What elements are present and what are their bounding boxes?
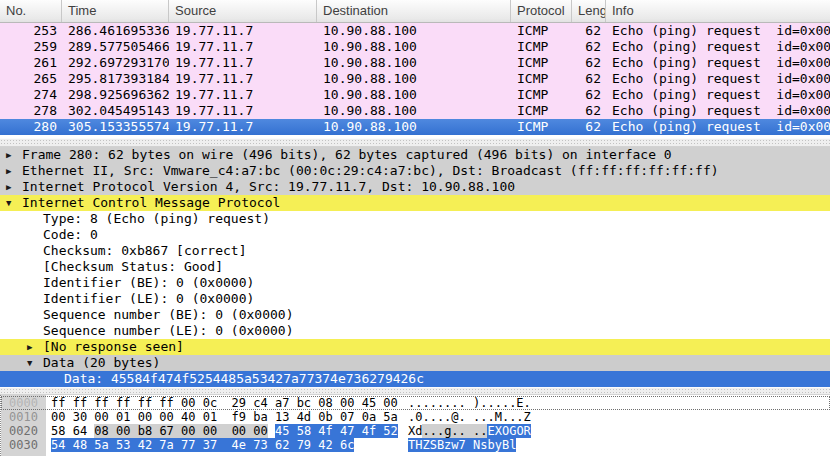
packet-row-253[interactable]: 253286.46169533619.77.11.710.90.88.100IC… — [0, 23, 830, 39]
hex-field-bytes[interactable]: 08 00 b8 67 00 00 00 00 — [94, 424, 267, 438]
cell-proto: ICMP — [511, 23, 572, 39]
expand-arrow-icon[interactable]: ▶ — [6, 163, 11, 179]
hex-row-0010[interactable]: 001000 30 00 01 00 00 40 01 f9 ba 13 4d … — [1, 410, 830, 424]
column-header-dst[interactable]: Destination — [317, 0, 511, 22]
detail-row-seq-le[interactable]: Sequence number (LE): 0 (0x0000) — [0, 323, 830, 339]
cell-info: Echo (ping) request id=0x0000 — [606, 119, 830, 135]
column-header-no[interactable]: No. — [0, 0, 62, 22]
packet-row-265[interactable]: 265295.81739318419.77.11.710.90.88.100IC… — [0, 71, 830, 87]
detail-row-no-response[interactable]: ▶[No response seen] — [0, 339, 830, 355]
cell-len: 62 — [572, 71, 606, 87]
cell-src: 19.77.11.7 — [169, 103, 317, 119]
detail-row-label: Identifier (LE): 0 (0x0000) — [0, 291, 254, 307]
hex-selected-bytes[interactable]: 45 58 4f 47 4f 52 — [275, 424, 398, 438]
packet-row-259[interactable]: 259289.57750546619.77.11.710.90.88.100IC… — [0, 39, 830, 55]
ascii-plain-bytes[interactable]: .0....@. ...M...Z — [408, 410, 531, 424]
packet-row-278[interactable]: 278302.04549514319.77.11.710.90.88.100IC… — [0, 103, 830, 119]
cell-info: Echo (ping) request id=0x0000 — [606, 87, 830, 103]
cell-src: 19.77.11.7 — [169, 55, 317, 71]
packet-row-274[interactable]: 274298.92569636219.77.11.710.90.88.100IC… — [0, 87, 830, 103]
detail-row-label: Internet Protocol Version 4, Src: 19.77.… — [0, 179, 515, 195]
detail-row-frame[interactable]: ▶Frame 280: 62 bytes on wire (496 bits),… — [0, 147, 830, 163]
cell-proto: ICMP — [511, 119, 572, 135]
packet-list-pane: No.TimeSourceDestinationProtocolLengthIn… — [0, 0, 830, 138]
ascii-plain-bytes[interactable]: ........ ).....E. — [408, 396, 531, 410]
cell-time: 289.577505466 — [62, 39, 169, 55]
hex-selected-bytes[interactable]: 54 48 5a 53 42 7a 77 37 4e 73 62 79 42 6… — [51, 438, 354, 452]
detail-row-label: [Checksum Status: Good] — [0, 259, 223, 275]
collapse-arrow-icon[interactable]: ▼ — [6, 195, 11, 211]
expand-arrow-icon[interactable]: ▶ — [6, 147, 11, 163]
cell-no: 274 — [0, 87, 62, 103]
ascii-plain-bytes[interactable]: Xd — [408, 424, 422, 438]
packet-row-261[interactable]: 261292.69729317019.77.11.710.90.88.100IC… — [0, 55, 830, 71]
cell-info: Echo (ping) request id=0x0000 — [606, 39, 830, 55]
detail-row-seq-be[interactable]: Sequence number (BE): 0 (0x0000) — [0, 307, 830, 323]
cell-no: 265 — [0, 71, 62, 87]
detail-row-checksum-status[interactable]: [Checksum Status: Good] — [0, 259, 830, 275]
column-header-time[interactable]: Time — [62, 0, 169, 22]
packet-bytes-pane: 0000ff ff ff ff ff ff 00 0c 29 c4 a7 bc … — [0, 395, 830, 456]
ascii-bytes[interactable]: Xd...g.. ..EXOGOR — [408, 424, 531, 438]
column-header-src[interactable]: Source — [169, 0, 317, 22]
cell-info: Echo (ping) request id=0x0000 — [606, 55, 830, 71]
cell-len: 62 — [572, 23, 606, 39]
cell-len: 62 — [572, 119, 606, 135]
hex-plain-bytes[interactable]: 00 30 00 01 00 00 40 01 f9 ba 13 4d 0b 0… — [51, 410, 398, 424]
hex-offset: 0010 — [9, 410, 38, 424]
hex-offset: 0000 — [9, 396, 38, 410]
cell-info: Echo (ping) request id=0x0000 — [606, 71, 830, 87]
detail-row-type[interactable]: Type: 8 (Echo (ping) request) — [0, 211, 830, 227]
cell-no: 259 — [0, 39, 62, 55]
hex-plain-bytes[interactable]: 58 64 — [51, 424, 94, 438]
detail-row-label: Internet Control Message Protocol — [0, 195, 280, 211]
hex-row-0000[interactable]: 0000ff ff ff ff ff ff 00 0c 29 c4 a7 bc … — [1, 396, 830, 410]
hex-row-0020[interactable]: 002058 64 08 00 b8 67 00 00 00 00 45 58 … — [1, 424, 830, 438]
expand-arrow-icon[interactable]: ▶ — [27, 339, 32, 355]
cell-info: Echo (ping) request id=0x0000 — [606, 23, 830, 39]
pane-splitter-top[interactable] — [0, 138, 830, 147]
column-header-len[interactable]: Length — [572, 0, 606, 22]
detail-row-label: Checksum: 0xb867 [correct] — [0, 243, 247, 259]
cell-src: 19.77.11.7 — [169, 39, 317, 55]
ascii-bytes[interactable]: ........ ).....E. — [408, 396, 531, 410]
cell-time: 295.817393184 — [62, 71, 169, 87]
detail-row-code[interactable]: Code: 0 — [0, 227, 830, 243]
detail-row-data-group[interactable]: ▼Data (20 bytes) — [0, 355, 830, 371]
cell-info: Echo (ping) request id=0x0000 — [606, 103, 830, 119]
column-header-info[interactable]: Info — [606, 0, 830, 22]
hex-bytes[interactable]: 54 48 5a 53 42 7a 77 37 4e 73 62 79 42 6… — [51, 438, 354, 452]
hex-plain-bytes[interactable] — [268, 424, 275, 438]
detail-row-label: Sequence number (BE): 0 (0x0000) — [0, 307, 293, 323]
detail-row-data-value[interactable]: Data: 45584f474f5254485a53427a77374e7362… — [0, 371, 830, 387]
ascii-bytes[interactable]: .0....@. ...M...Z — [408, 410, 531, 424]
hex-bytes[interactable]: ff ff ff ff ff ff 00 0c 29 c4 a7 bc 08 0… — [51, 396, 398, 410]
ascii-selected-bytes[interactable]: EXOGOR — [487, 424, 530, 438]
detail-row-checksum[interactable]: Checksum: 0xb867 [correct] — [0, 243, 830, 259]
hex-plain-bytes[interactable]: ff ff ff ff ff ff 00 0c 29 c4 a7 bc 08 0… — [51, 396, 398, 410]
detail-row-ethernet[interactable]: ▶Ethernet II, Src: Vmware_c4:a7:bc (00:0… — [0, 163, 830, 179]
ascii-bytes[interactable]: THZSBzw7 NsbyBl — [408, 438, 516, 452]
pane-splitter-bottom[interactable] — [0, 387, 830, 395]
detail-row-identifier-le[interactable]: Identifier (LE): 0 (0x0000) — [0, 291, 830, 307]
cell-no: 278 — [0, 103, 62, 119]
cell-dst: 10.90.88.100 — [317, 103, 511, 119]
hex-bytes[interactable]: 00 30 00 01 00 00 40 01 f9 ba 13 4d 0b 0… — [51, 410, 398, 424]
ascii-selected-bytes[interactable]: THZSBzw7 NsbyBl — [408, 438, 516, 452]
detail-row-icmp[interactable]: ▼Internet Control Message Protocol — [0, 195, 830, 211]
ascii-field-bytes[interactable]: ...g.. .. — [422, 424, 487, 438]
collapse-arrow-icon[interactable]: ▼ — [27, 355, 32, 371]
column-header-proto[interactable]: Protocol — [511, 0, 572, 22]
hex-bytes[interactable]: 58 64 08 00 b8 67 00 00 00 00 45 58 4f 4… — [51, 424, 398, 438]
detail-row-ip[interactable]: ▶Internet Protocol Version 4, Src: 19.77… — [0, 179, 830, 195]
detail-row-identifier-be[interactable]: Identifier (BE): 0 (0x0000) — [0, 275, 830, 291]
cell-src: 19.77.11.7 — [169, 23, 317, 39]
cell-len: 62 — [572, 87, 606, 103]
packet-row-280[interactable]: 280305.15335557419.77.11.710.90.88.100IC… — [0, 119, 830, 135]
packet-detail-pane: ▶Frame 280: 62 bytes on wire (496 bits),… — [0, 147, 830, 387]
cell-proto: ICMP — [511, 39, 572, 55]
hex-offset: 0030 — [9, 438, 38, 452]
expand-arrow-icon[interactable]: ▶ — [6, 179, 11, 195]
detail-row-label: Data (20 bytes) — [0, 355, 160, 371]
hex-row-0030[interactable]: 003054 48 5a 53 42 7a 77 37 4e 73 62 79 … — [1, 438, 830, 452]
